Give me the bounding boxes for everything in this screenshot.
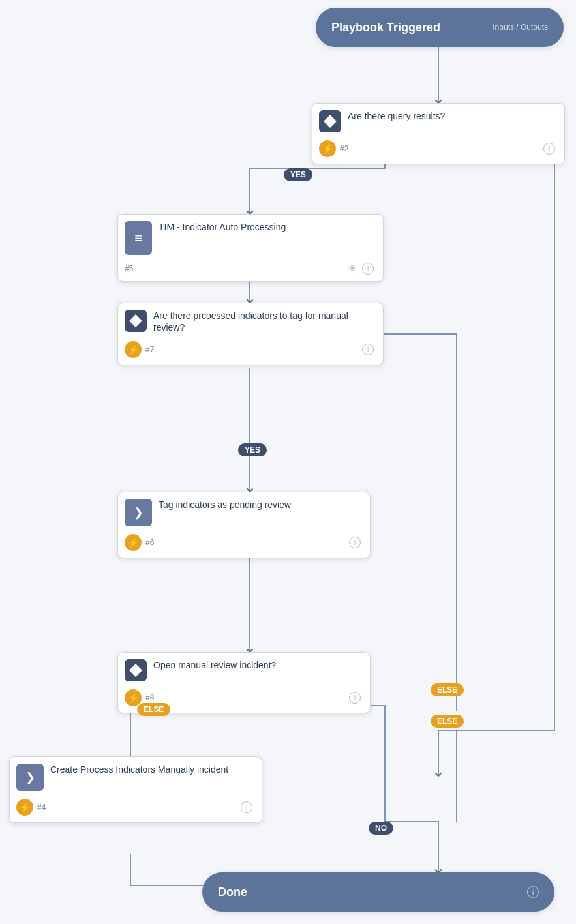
condition2-num: #7 xyxy=(145,345,154,354)
action1-lightning-icon: ⚡ xyxy=(125,534,142,551)
else-badge-1: ELSE xyxy=(137,703,170,716)
action1-title: Tag indicators as pending review xyxy=(159,499,361,511)
subplaybook-eye-icon[interactable]: 👁 xyxy=(348,263,357,274)
condition1-id: ⚡ #2 xyxy=(319,140,348,157)
condition2-info-icon[interactable]: i xyxy=(362,344,374,355)
condition1-node: Are there query results? ⚡ #2 i xyxy=(312,103,565,164)
else-badge-3: ELSE xyxy=(431,715,464,728)
trigger-node: Playbook Triggered Inputs / Outputs xyxy=(316,8,564,47)
done-info-icon[interactable]: i xyxy=(527,886,539,898)
subplaybook-book-icon: ≡ xyxy=(125,221,152,255)
condition3-num: #8 xyxy=(145,693,154,702)
subplaybook-info-icon[interactable]: i xyxy=(362,263,374,275)
action2-chevron-icon: ❯ xyxy=(16,764,44,791)
subplaybook-title: TIM - Indicator Auto Processing xyxy=(159,221,374,233)
condition1-diamond-icon xyxy=(319,110,341,132)
condition2-id: ⚡ #7 xyxy=(125,341,154,358)
condition1-info-icon[interactable]: i xyxy=(543,143,555,155)
action2-lightning-icon: ⚡ xyxy=(16,799,33,816)
else-badge-2: ELSE xyxy=(431,683,464,696)
trigger-title: Playbook Triggered xyxy=(331,21,440,35)
action2-num: #4 xyxy=(37,803,46,812)
action2-title: Create Process Indicators Manually incid… xyxy=(50,764,252,775)
action2-id: ⚡ #4 xyxy=(16,799,46,816)
condition3-info-icon[interactable]: i xyxy=(349,692,361,704)
action1-chevron-icon: ❯ xyxy=(125,499,152,526)
action2-node: ❯ Create Process Indicators Manually inc… xyxy=(9,756,262,823)
subplaybook-id: #5 xyxy=(125,264,133,273)
yes-badge-1: YES xyxy=(284,168,312,181)
done-title: Done xyxy=(218,886,247,899)
action1-info-icon[interactable]: i xyxy=(349,537,361,548)
condition2-title: Are there prcoessed indicators to tag fo… xyxy=(153,310,374,333)
done-node: Done i xyxy=(202,872,554,912)
condition1-lightning-icon: ⚡ xyxy=(319,140,336,157)
condition1-title: Are there query results? xyxy=(348,110,555,122)
action1-node: ❯ Tag indicators as pending review ⚡ #6 … xyxy=(117,492,371,558)
action1-num: #6 xyxy=(145,538,154,547)
inputs-outputs-link[interactable]: Inputs / Outputs xyxy=(493,23,548,32)
yes-badge-2: YES xyxy=(238,443,267,456)
action2-info-icon[interactable]: i xyxy=(241,801,252,813)
no-badge: NO xyxy=(369,822,393,835)
condition1-num: #2 xyxy=(340,144,348,153)
action1-id: ⚡ #6 xyxy=(125,534,154,551)
subplaybook-node: ≡ TIM - Indicator Auto Processing #5 👁 i xyxy=(117,214,384,282)
subplaybook-num: #5 xyxy=(125,264,133,273)
condition2-diamond-icon xyxy=(125,310,147,332)
condition2-lightning-icon: ⚡ xyxy=(125,341,142,358)
condition3-title: Open manual review incident? xyxy=(153,659,361,671)
condition2-node: Are there prcoessed indicators to tag fo… xyxy=(117,303,384,365)
condition3-diamond-icon xyxy=(125,659,147,681)
